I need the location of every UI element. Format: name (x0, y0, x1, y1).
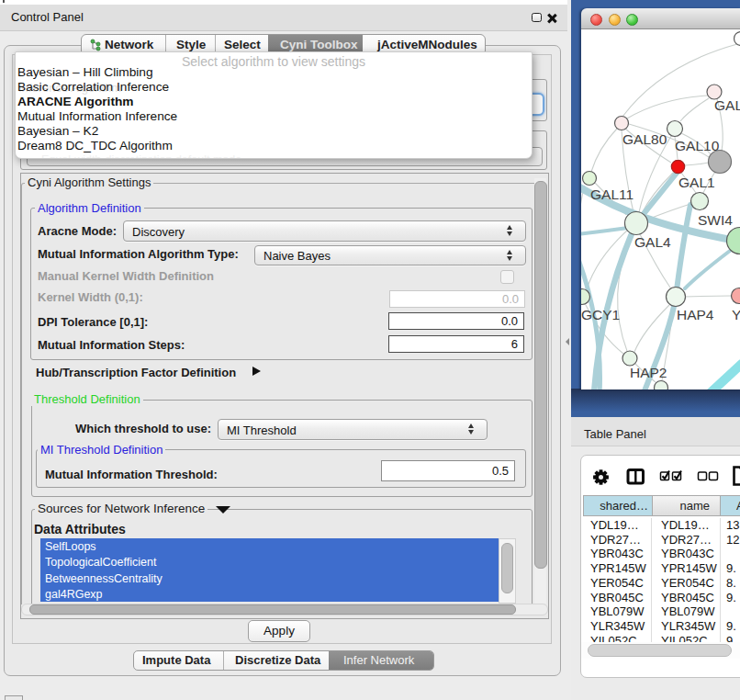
svg-text:GCY1: GCY1 (581, 307, 620, 322)
svg-text:SWI4: SWI4 (698, 212, 733, 228)
svg-text:GAL10: GAL10 (675, 138, 720, 153)
svg-text:Y: Y (732, 307, 740, 322)
svg-text:GAL80: GAL80 (622, 131, 667, 147)
svg-text:HAP4: HAP4 (677, 307, 714, 322)
svg-text:GAL1: GAL1 (678, 175, 715, 190)
svg-text:GAL4: GAL4 (634, 234, 671, 250)
svg-text:HAP2: HAP2 (630, 365, 667, 380)
svg-text:GAL7: GAL7 (714, 97, 740, 113)
svg-text:GAL11: GAL11 (590, 186, 633, 202)
